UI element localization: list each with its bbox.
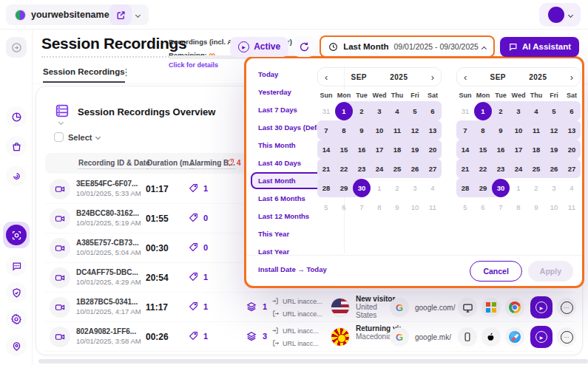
open-website-button[interactable] [109, 4, 132, 25]
calendar-day-5[interactable]: 5 [456, 197, 474, 216]
calendar-day-20[interactable]: 20 [424, 140, 442, 159]
sidebar-item-feedback[interactable] [6, 256, 27, 276]
calendar-day-13[interactable]: 13 [563, 120, 581, 140]
calendar-day-4[interactable]: 4 [563, 178, 581, 197]
calendar-month[interactable]: SEP [351, 73, 368, 81]
calendar-day-30[interactable]: 30 [353, 178, 371, 197]
calendar-day-22[interactable]: 22 [335, 159, 353, 178]
table-row[interactable]: 802A9082-1FF6... 10/01/2025, 3:58 AM 00:… [45, 322, 573, 352]
sidebar-item-ecommerce[interactable] [6, 136, 27, 157]
calendar-day-12[interactable]: 12 [406, 120, 424, 140]
calendar-day-9[interactable]: 9 [492, 120, 510, 140]
calendar-day-2[interactable]: 2 [527, 178, 545, 197]
calendar-day-16[interactable]: 16 [492, 140, 510, 159]
more-options-button[interactable]: ... [557, 327, 576, 347]
sidebar-item-heatmaps[interactable] [6, 166, 27, 186]
calendar-day-3[interactable]: 3 [510, 101, 527, 120]
calendar-day-17[interactable]: 17 [510, 140, 527, 159]
calendar-day-15[interactable]: 15 [335, 140, 353, 159]
calendar-day-3[interactable]: 3 [406, 178, 424, 197]
column-recording-id-date[interactable]: Recording ID & Date [78, 159, 150, 169]
calendar-day-9[interactable]: 9 [527, 197, 545, 216]
prev-month-button[interactable]: ‹ [325, 72, 328, 82]
calendar-day-3[interactable]: 3 [545, 178, 563, 197]
calendar-day-28[interactable]: 28 [317, 178, 335, 197]
active-status-button[interactable]: ▶ Active [230, 37, 288, 57]
calendar-day-29[interactable]: 29 [474, 178, 492, 197]
calendar-day-1[interactable]: 1 [371, 178, 388, 197]
refresh-button[interactable] [294, 36, 314, 57]
calendar-day-2[interactable]: 2 [353, 101, 371, 120]
calendar-day-6[interactable]: 6 [424, 101, 442, 120]
calendar-day-9[interactable]: 9 [388, 197, 406, 216]
calendar-day-21[interactable]: 21 [456, 159, 474, 178]
calendar-day-18[interactable]: 18 [388, 140, 406, 159]
calendar-day-11[interactable]: 11 [563, 197, 581, 216]
sidebar-item-locations[interactable] [6, 335, 27, 356]
play-recording-button[interactable]: ▶ [530, 326, 552, 348]
horizontal-scrollbar[interactable] [38, 359, 588, 364]
calendar-day-1[interactable]: 1 [474, 101, 492, 120]
calendar-day-3[interactable]: 3 [371, 101, 388, 120]
sidebar-item-session-recordings-active[interactable] [3, 222, 30, 248]
tab-options-kebab[interactable]: ⋮ [121, 66, 131, 78]
calendar-day-27[interactable]: 27 [424, 159, 442, 178]
column-duration[interactable]: Duration (m... [147, 159, 195, 169]
calendar-day-8[interactable]: 8 [335, 120, 353, 140]
calendar-day-25[interactable]: 25 [388, 159, 406, 178]
calendar-day-28[interactable]: 28 [456, 178, 474, 197]
calendar-day-4[interactable]: 4 [424, 178, 442, 197]
calendar-day-11[interactable]: 11 [424, 197, 442, 216]
calendar-day-1[interactable]: 1 [335, 101, 353, 120]
calendar-day-24[interactable]: 24 [510, 159, 527, 178]
calendar-day-8[interactable]: 8 [371, 197, 388, 216]
calendar-day-14[interactable]: 14 [456, 140, 474, 159]
datepicker-preset-this-year[interactable]: This Year [251, 225, 339, 242]
calendar-year[interactable]: 2025 [390, 73, 408, 81]
calendar-day-5[interactable]: 5 [317, 197, 335, 216]
apply-button[interactable]: Apply [528, 261, 573, 282]
calendar-day-27[interactable]: 27 [563, 159, 581, 178]
calendar-day-1[interactable]: 1 [510, 178, 527, 197]
calendar-day-10[interactable]: 10 [371, 120, 388, 140]
calendar-day-2[interactable]: 2 [492, 101, 510, 120]
calendar-day-11[interactable]: 11 [527, 120, 545, 140]
sidebar-item-settings[interactable] [6, 309, 27, 330]
sidebar-collapse-button[interactable] [6, 37, 27, 58]
prev-month-button[interactable]: ‹ [464, 72, 467, 82]
calendar-day-10[interactable]: 10 [545, 197, 563, 216]
chevron-down-icon[interactable] [58, 120, 64, 125]
calendar-day-7[interactable]: 7 [353, 197, 371, 216]
calendar-day-4[interactable]: 4 [527, 101, 545, 120]
cancel-button[interactable]: Cancel [470, 261, 521, 282]
calendar-day-8[interactable]: 8 [474, 120, 492, 140]
calendar-day-14[interactable]: 14 [317, 140, 335, 159]
calendar-day-6[interactable]: 6 [335, 197, 353, 216]
calendar-day-23[interactable]: 23 [353, 159, 371, 178]
calendar-day-8[interactable]: 8 [510, 197, 527, 216]
calendar-day-31[interactable]: 31 [456, 101, 474, 120]
calendar-month[interactable]: SEP [490, 73, 507, 81]
next-month-button[interactable]: › [431, 72, 434, 82]
calendar-day-4[interactable]: 4 [388, 101, 406, 120]
calendar-day-7[interactable]: 7 [456, 120, 474, 140]
calendar-day-10[interactable]: 10 [510, 120, 527, 140]
calendar-day-5[interactable]: 5 [545, 101, 563, 120]
calendar-day-7[interactable]: 7 [317, 120, 335, 140]
calendar-day-18[interactable]: 18 [527, 140, 545, 159]
calendar-day-13[interactable]: 13 [424, 120, 442, 140]
select-checkbox[interactable] [54, 132, 64, 142]
calendar-day-11[interactable]: 11 [388, 120, 406, 140]
calendar-day-16[interactable]: 16 [353, 140, 371, 159]
tab-session-recordings[interactable]: Session Recordings [43, 67, 125, 83]
ai-assistant-button[interactable]: AI Assistant [500, 37, 579, 57]
calendar-day-19[interactable]: 19 [406, 140, 424, 159]
calendar-day-29[interactable]: 29 [335, 178, 353, 197]
user-menu[interactable] [539, 3, 581, 27]
calendar-day-17[interactable]: 17 [371, 140, 388, 159]
calendar-day-23[interactable]: 23 [492, 159, 510, 178]
calendar-day-2[interactable]: 2 [388, 178, 406, 197]
table-row[interactable]: 1B287BC5-0341... 10/01/2025, 4:17 AM 11:… [45, 293, 573, 322]
select-dropdown[interactable]: Select [54, 132, 100, 142]
calendar-day-21[interactable]: 21 [317, 159, 335, 178]
